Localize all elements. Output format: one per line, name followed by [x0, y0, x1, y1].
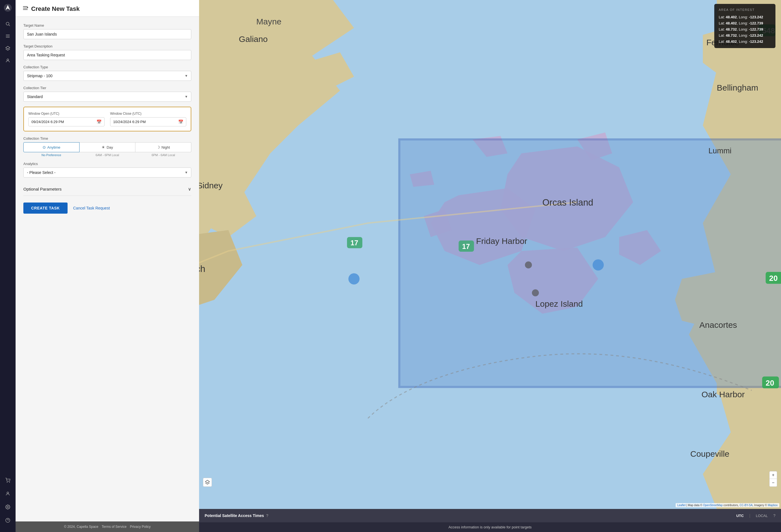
create-task-button[interactable]: CREATE TASK — [23, 203, 68, 214]
collection-type-select[interactable]: Stripmap - 100 Stripmap - 50 Spotlight — [23, 71, 191, 81]
analytics-group: Analytics - Please Select - Option 1 Opt… — [23, 162, 191, 178]
collection-tier-select[interactable]: Standard Priority Urgent — [23, 92, 191, 102]
target-desc-label: Target Description — [23, 44, 191, 48]
osm-link[interactable]: OpenStreetMap — [703, 504, 723, 507]
svg-text:Bellingham: Bellingham — [717, 83, 758, 92]
optional-params-chevron-icon: ∨ — [188, 186, 191, 192]
map-attribution: Leaflet | Map data © OpenStreetMap contr… — [675, 503, 779, 507]
svg-point-11 — [7, 506, 9, 508]
map-zoom-controls: + − — [769, 471, 777, 487]
search-icon[interactable] — [2, 18, 13, 30]
ct-tab-anytime-label: Anytime — [47, 145, 60, 149]
account-icon[interactable] — [2, 488, 13, 499]
window-close-calendar-icon[interactable]: 📅 — [178, 120, 183, 125]
collection-type-group: Collection Type Stripmap - 100 Stripmap … — [23, 65, 191, 81]
target-name-label: Target Name — [23, 23, 191, 28]
help-circle-icon[interactable] — [2, 515, 13, 526]
window-close-wrapper: 📅 — [110, 117, 186, 126]
collection-time-tabs: ⊙ Anytime ☀ Day ☽ Night — [23, 142, 191, 152]
window-open-calendar-icon[interactable]: 📅 — [96, 120, 102, 125]
ct-subtexts: No Preference 6AM - 6PM Local 6PM - 6AM … — [23, 153, 191, 157]
svg-text:Oak Harbor: Oak Harbor — [701, 390, 745, 399]
window-time-box: Window Open (UTC) 📅 Window Close (UTC) 📅 — [23, 107, 191, 131]
privacy-policy-link[interactable]: Privacy Policy — [130, 525, 151, 529]
zoom-in-button[interactable]: + — [769, 471, 777, 479]
svg-point-37 — [348, 273, 360, 284]
user-badge-icon[interactable] — [2, 55, 13, 66]
ct-tab-night-label: Night — [162, 145, 170, 149]
map-container[interactable]: Saanich Victoria Galiano Mayne Sidney Or… — [199, 0, 781, 509]
sidebar — [0, 0, 15, 532]
ct-tab-night[interactable]: ☽ Night — [135, 142, 191, 152]
svg-text:Sidney: Sidney — [199, 181, 223, 190]
aoi-coord-4: Lat: 48.732, Long: -123.242 — [719, 33, 771, 39]
settings-gear-icon[interactable] — [2, 501, 13, 513]
target-name-group: Target Name — [23, 23, 191, 39]
zoom-out-button[interactable]: − — [769, 479, 777, 487]
window-open-wrapper: 📅 — [28, 117, 105, 126]
form-header: Create New Task — [15, 0, 199, 17]
form-footer: © 2024, Capella Space Terms of Service P… — [15, 522, 199, 532]
sat-right-help-icon[interactable]: ? — [773, 514, 775, 518]
svg-point-10 — [7, 492, 9, 494]
sat-local-tab[interactable]: LOCAL — [755, 513, 769, 518]
map-panel: Saanich Victoria Galiano Mayne Sidney Or… — [199, 0, 781, 532]
sat-panel-divider: | — [749, 514, 750, 518]
svg-point-9 — [9, 482, 10, 483]
window-close-field: Window Close (UTC) 📅 — [110, 112, 186, 126]
ct-subtext-night: 6PM - 6AM Local — [135, 153, 191, 157]
svg-point-21 — [525, 261, 532, 268]
ct-subtext-anytime: No Preference — [23, 153, 79, 157]
window-open-input[interactable] — [28, 117, 105, 126]
cart-icon[interactable] — [2, 475, 13, 486]
svg-text:20: 20 — [766, 379, 774, 387]
list-icon[interactable] — [2, 31, 13, 42]
night-moon-icon: ☽ — [157, 145, 160, 149]
collection-type-label: Collection Type — [23, 65, 191, 69]
collection-tier-group: Collection Tier Standard Priority Urgent… — [23, 86, 191, 102]
sat-utc-tab[interactable]: UTC — [735, 513, 745, 518]
target-desc-input[interactable] — [23, 50, 191, 60]
optional-params-label: Optional Parameters — [23, 187, 62, 191]
layers-icon[interactable] — [2, 43, 13, 54]
svg-text:Lopez Island: Lopez Island — [535, 299, 583, 308]
svg-text:Coupeville: Coupeville — [690, 449, 730, 458]
ct-tab-day-label: Day — [107, 145, 113, 149]
target-name-input[interactable] — [23, 29, 191, 39]
svg-text:17: 17 — [351, 239, 358, 247]
map-svg: Saanich Victoria Galiano Mayne Sidney Or… — [199, 0, 781, 509]
ct-tab-anytime[interactable]: ⊙ Anytime — [23, 142, 80, 152]
collection-type-select-wrapper: Stripmap - 100 Stripmap - 50 Spotlight ▼ — [23, 71, 191, 81]
svg-line-2 — [9, 25, 10, 26]
ct-tab-day[interactable]: ☀ Day — [80, 142, 135, 152]
map-layers-button[interactable] — [203, 478, 212, 487]
sat-panel-left: Potential Satellite Access Times ? — [205, 514, 268, 518]
analytics-select[interactable]: - Please Select - Option 1 Option 2 — [23, 168, 191, 178]
aoi-coord-3: Lat: 48.732, Long: -122.739 — [719, 27, 771, 33]
svg-text:Anacortes: Anacortes — [699, 320, 737, 329]
app-logo[interactable] — [3, 3, 13, 13]
optional-params-section[interactable]: Optional Parameters ∨ — [23, 182, 191, 196]
collection-tier-label: Collection Tier — [23, 86, 191, 90]
window-close-input[interactable] — [110, 117, 186, 126]
terms-of-service-link[interactable]: Terms of Service — [102, 525, 126, 529]
leaflet-link[interactable]: Leaflet — [677, 504, 686, 507]
sat-panel-right: UTC | LOCAL ? — [735, 513, 775, 518]
aoi-tooltip: AREA OF INTEREST Lat: 48.402, Long: -123… — [714, 4, 775, 48]
sidebar-bottom — [2, 475, 13, 529]
mapbox-link[interactable]: Mapbox — [768, 504, 778, 507]
window-close-label: Window Close (UTC) — [110, 112, 186, 116]
sat-help-icon[interactable]: ? — [266, 514, 268, 518]
svg-text:Lummi: Lummi — [708, 146, 732, 155]
page-title: Create New Task — [31, 5, 80, 12]
window-row: Window Open (UTC) 📅 Window Close (UTC) 📅 — [28, 112, 186, 126]
cancel-task-link[interactable]: Cancel Task Request — [73, 206, 110, 210]
menu-plus-icon — [22, 5, 28, 12]
form-body: Target Name Target Description Collectio… — [15, 17, 199, 522]
aoi-title: AREA OF INTEREST — [719, 7, 771, 12]
form-panel: Create New Task Target Name Target Descr… — [15, 0, 199, 532]
aoi-coord-2: Lat: 48.402, Long: -122.739 — [719, 20, 771, 27]
collection-time-label: Collection Time — [23, 136, 191, 141]
svg-marker-6 — [6, 46, 10, 49]
ccbysa-link[interactable]: CC-BY-SA — [740, 504, 753, 507]
